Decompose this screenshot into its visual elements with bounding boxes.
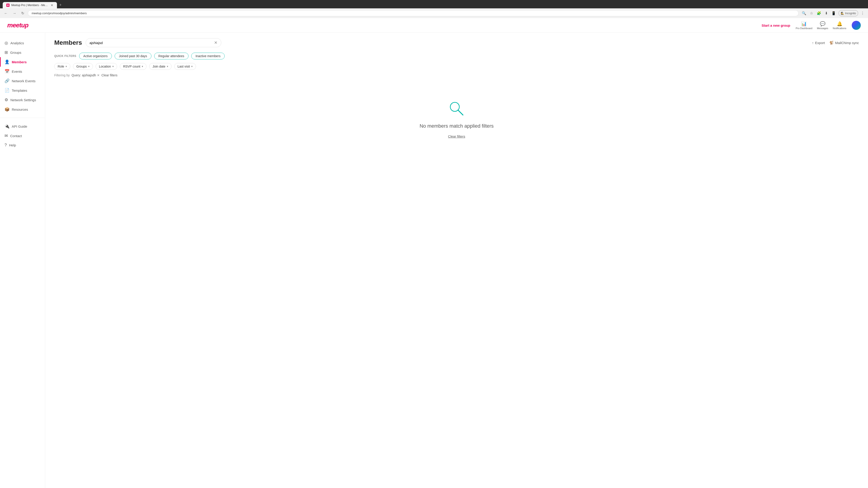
help-icon: ?: [4, 143, 7, 148]
filter-dropdowns-row: Role ▾ Groups ▾ Location ▾ RSVP count ▾ …: [54, 63, 859, 70]
messages-icon: 💬: [820, 21, 826, 26]
clear-filters-link[interactable]: Clear filters: [101, 73, 118, 77]
sidebar-label-groups: Groups: [10, 51, 21, 55]
quick-filters-row: QUICK FILTERS Active organizers Joined p…: [54, 53, 859, 59]
sidebar-item-templates[interactable]: 📄 Templates: [0, 86, 45, 95]
sidebar-item-analytics[interactable]: ◎ Analytics: [0, 38, 45, 48]
search-box[interactable]: ✕: [86, 38, 221, 47]
device-button[interactable]: 📱: [831, 10, 837, 16]
export-icon: ↑: [812, 41, 814, 45]
export-label: Export: [815, 41, 825, 45]
back-button[interactable]: ←: [3, 10, 9, 16]
search-toolbar-button[interactable]: 🔍: [801, 10, 807, 16]
bell-icon: 🔔: [837, 21, 842, 26]
sidebar-item-groups[interactable]: ⊞ Groups: [0, 48, 45, 57]
download-button[interactable]: ⬇: [824, 10, 829, 16]
start-new-group-button[interactable]: Start a new group: [762, 24, 790, 27]
sidebar-item-network-events[interactable]: 🔗 Network Events: [0, 76, 45, 86]
location-chevron-icon: ▾: [112, 65, 114, 68]
role-chevron-icon: ▾: [66, 65, 67, 68]
filter-chip-regular-attendees[interactable]: Regular attendees: [154, 53, 188, 59]
meetup-logo[interactable]: meetup: [7, 22, 29, 29]
extensions-button[interactable]: 🧩: [816, 10, 822, 16]
filter-chip-joined-30-days[interactable]: Joined past 30 days: [115, 53, 151, 59]
tab-close-button[interactable]: ✕: [51, 3, 53, 7]
sidebar-item-api-guide[interactable]: 🔌 API Guide: [0, 122, 45, 131]
members-icon: 👤: [4, 59, 9, 64]
new-tab-button[interactable]: +: [57, 2, 64, 8]
filtering-by-row: Filtering by Query: ajshiajsdh ✕ Clear f…: [54, 73, 859, 77]
mailchimp-sync-button[interactable]: 🐒 MailChimp sync: [829, 41, 859, 45]
logo-text: meetup: [7, 22, 29, 29]
pro-dashboard-nav[interactable]: 📊 Pro Dashboard: [796, 21, 812, 30]
active-filter-tag: Query: ajshiajsdh ✕: [71, 73, 99, 77]
groups-filter[interactable]: Groups ▾: [73, 63, 93, 70]
empty-message: No members match applied filters: [420, 123, 494, 129]
notifications-nav[interactable]: 🔔 Notifications: [833, 21, 846, 30]
menu-button[interactable]: ⋮: [860, 10, 865, 16]
sidebar-item-network-settings[interactable]: ⚙ Network Settings: [0, 95, 45, 105]
reload-button[interactable]: ↻: [20, 10, 26, 16]
empty-clear-filters-button[interactable]: Clear filters: [448, 134, 465, 138]
notifications-label: Notifications: [833, 27, 846, 30]
messages-label: Messages: [817, 27, 828, 30]
bookmark-button[interactable]: ☆: [809, 10, 814, 16]
sidebar-item-members[interactable]: 👤 Members: [0, 57, 45, 67]
browser-tab-active[interactable]: M Meetup Pro | Members - Meetu... ✕: [3, 2, 57, 8]
browser-tabs: M Meetup Pro | Members - Meetu... ✕ +: [3, 2, 865, 8]
resources-icon: 📦: [4, 107, 9, 112]
join-date-filter[interactable]: Join date ▾: [149, 63, 172, 70]
join-date-chevron-icon: ▾: [167, 65, 168, 68]
app-header: meetup Start a new group 📊 Pro Dashboard…: [0, 18, 868, 33]
filter-chip-active-organizers[interactable]: Active organizers: [79, 53, 112, 59]
sidebar-item-events[interactable]: 📅 Events: [0, 67, 45, 76]
forward-button[interactable]: →: [11, 10, 18, 16]
search-clear-button[interactable]: ✕: [214, 40, 217, 45]
last-visit-chevron-icon: ▾: [191, 65, 193, 68]
sidebar-label-members: Members: [12, 60, 27, 64]
address-bar[interactable]: meetup.com/pro/moodjoy/admin/members: [28, 10, 799, 16]
content-area: Members ✕ ↑ Export 🐒 MailChimp sync: [45, 33, 868, 488]
export-button[interactable]: ↑ Export: [812, 41, 825, 45]
sidebar-label-api-guide: API Guide: [12, 125, 27, 128]
sidebar-label-resources: Resources: [12, 107, 28, 111]
incognito-badge: 🕵 Incognito: [839, 10, 858, 16]
join-date-label: Join date: [153, 65, 165, 68]
filtering-by-label: Filtering by: [54, 73, 70, 77]
groups-icon: ⊞: [4, 50, 8, 55]
remove-filter-button[interactable]: ✕: [97, 73, 100, 77]
events-icon: 📅: [4, 69, 9, 74]
filter-query-value: ajshiajsdh: [82, 73, 96, 77]
sidebar-label-network-events: Network Events: [12, 79, 35, 83]
sidebar-item-contact[interactable]: ✉ Contact: [0, 131, 45, 140]
sidebar-item-help[interactable]: ? Help: [0, 140, 45, 150]
rsvp-count-label: RSVP count: [123, 65, 141, 68]
last-visit-label: Last visit: [178, 65, 190, 68]
search-input[interactable]: [90, 41, 212, 45]
pro-dashboard-label: Pro Dashboard: [796, 27, 812, 30]
quick-filters-label: QUICK FILTERS: [54, 55, 76, 58]
header-actions: Start a new group 📊 Pro Dashboard 💬 Mess…: [762, 21, 861, 30]
rsvp-count-filter[interactable]: RSVP count ▾: [120, 63, 147, 70]
app: meetup Start a new group 📊 Pro Dashboard…: [0, 18, 868, 488]
templates-icon: 📄: [4, 88, 9, 93]
sidebar-item-resources[interactable]: 📦 Resources: [0, 105, 45, 114]
empty-state: No members match applied filters Clear f…: [54, 82, 859, 156]
sidebar: ◎ Analytics ⊞ Groups 👤 Members 📅 Events …: [0, 33, 45, 488]
location-label: Location: [99, 65, 111, 68]
location-filter[interactable]: Location ▾: [96, 63, 117, 70]
user-avatar[interactable]: [852, 21, 861, 30]
bar-chart-icon: 📊: [801, 21, 807, 26]
messages-nav[interactable]: 💬 Messages: [817, 21, 828, 30]
last-visit-filter[interactable]: Last visit ▾: [174, 63, 196, 70]
header-nav-items: 📊 Pro Dashboard 💬 Messages 🔔 Notificatio…: [796, 21, 846, 30]
filter-chip-inactive-members[interactable]: Inactive members: [191, 53, 225, 59]
browser-toolbar: ← → ↻ meetup.com/pro/moodjoy/admin/membe…: [0, 8, 868, 18]
header-right-actions: ↑ Export 🐒 MailChimp sync: [812, 41, 859, 45]
rsvp-count-chevron-icon: ▾: [142, 65, 143, 68]
filter-query-label: Query:: [71, 73, 81, 77]
members-title: Members: [54, 39, 82, 46]
main-content: ◎ Analytics ⊞ Groups 👤 Members 📅 Events …: [0, 33, 868, 488]
contact-icon: ✉: [4, 133, 8, 138]
role-filter[interactable]: Role ▾: [54, 63, 70, 70]
